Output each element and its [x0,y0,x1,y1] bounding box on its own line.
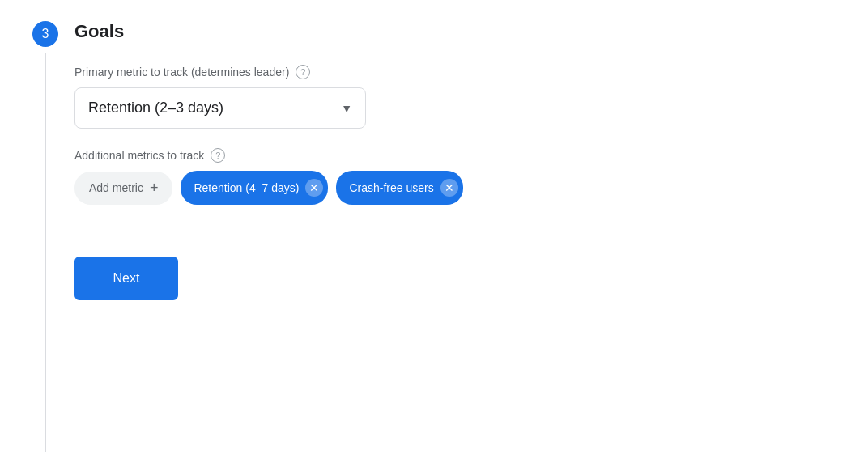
metric-chip-crash-free: Crash-free users ✕ [336,171,462,205]
step-indicator: 3 [32,19,58,452]
page-container: 3 Goals Primary metric to track (determi… [0,0,868,471]
add-metric-label: Add metric [89,181,143,194]
step-line [45,53,46,452]
chip-label-crash-free: Crash-free users [349,181,433,194]
add-metric-button[interactable]: Add metric + [74,172,172,205]
chip-remove-crash-free[interactable]: ✕ [440,179,458,197]
additional-metrics-help-icon[interactable]: ? [211,148,225,163]
dropdown-arrow-icon: ▼ [341,102,352,115]
metrics-row: Add metric + Retention (4–7 days) ✕ Cras… [74,171,836,205]
chip-remove-retention-4-7[interactable]: ✕ [305,179,323,197]
additional-metrics-label-text: Additional metrics to track [74,149,204,162]
primary-metric-help-icon[interactable]: ? [296,65,310,79]
primary-metric-group: Primary metric to track (determines lead… [74,65,836,129]
chip-label-retention-4-7: Retention (4–7 days) [194,181,299,194]
additional-metrics-group: Additional metrics to track ? Add metric… [74,148,836,205]
primary-metric-label: Primary metric to track (determines lead… [74,65,836,79]
step-circle: 3 [32,21,58,47]
metric-chip-retention-4-7: Retention (4–7 days) ✕ [181,171,328,205]
plus-icon: + [150,180,159,197]
primary-metric-label-text: Primary metric to track (determines lead… [74,66,289,78]
next-button[interactable]: Next [74,257,178,300]
section-title: Goals [74,21,836,42]
primary-metric-dropdown[interactable]: Retention (2–3 days) ▼ [74,87,366,129]
additional-metrics-label: Additional metrics to track ? [74,148,836,163]
primary-metric-selected-value: Retention (2–3 days) [88,100,223,117]
content-area: Goals Primary metric to track (determine… [74,19,836,452]
